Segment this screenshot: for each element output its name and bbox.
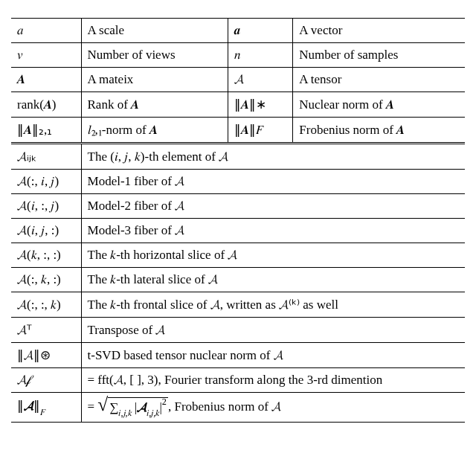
bottom-row-8: ‖𝓐‖⊛ t-SVD based tensor nuclear norm of … — [11, 343, 465, 368]
tensor-sub: 𝑖,𝑗,𝑘 — [147, 408, 159, 418]
bottom-row-1: 𝓐(:, 𝑖, 𝑗) Model-1 fiber of 𝓐 — [11, 170, 465, 194]
top-c2: 𝓐 — [228, 68, 293, 92]
bot-c0: 𝓐(𝑘, :, :) — [11, 243, 81, 268]
bottom-row-3: 𝓐(𝑖, 𝑗, :) Model-3 fiber of 𝓐 — [11, 219, 465, 243]
top-c0: ‖𝑨‖₂,₁ — [11, 118, 81, 144]
top-c3: Frobenius norm of 𝑨 — [293, 118, 465, 144]
norm-open: ‖ — [17, 399, 24, 413]
bottom-row-6: 𝓐(:, :, 𝑘) The 𝑘-th frontal slice of 𝓐, … — [11, 292, 465, 318]
bot-c1: = fft(𝓐, [ ], 3), Fourier transform alon… — [81, 368, 465, 393]
bot-c1: Transpose of 𝓐 — [81, 318, 465, 343]
bot-c1: The 𝑘-th lateral slice of 𝓐 — [81, 268, 465, 292]
bot-c1: = √ ∑𝑖,𝑗,𝑘 |𝓐𝑖,𝑗,𝑘|2 , Frobenius norm of… — [81, 393, 465, 423]
eq-sign: = — [88, 399, 98, 414]
top-row-1: 𝑣 Number of views 𝑛 Number of samples — [11, 43, 465, 68]
top-c3: Number of samples — [293, 43, 465, 68]
bot-c0: 𝓐ᵀ — [11, 318, 81, 343]
top-row-3: rank(𝑨) Rank of 𝑨 ‖𝑨‖∗ Nuclear norm of 𝑨 — [11, 92, 465, 118]
top-c1: Number of views — [81, 43, 228, 68]
sum-sym: ∑ — [109, 400, 118, 414]
top-c1: A scale — [81, 19, 228, 43]
bottom-row-0: 𝓐ᵢⱼₖ The (𝑖, 𝑗, 𝑘)-th element of 𝓐 — [11, 144, 465, 170]
bot-c0: 𝓐(:, :, 𝑘) — [11, 292, 81, 318]
bot-c0: ‖𝓐‖⊛ — [11, 343, 81, 368]
sqrt-expr: √ ∑𝑖,𝑗,𝑘 |𝓐𝑖,𝑗,𝑘|2 — [97, 397, 168, 417]
sq: 2 — [162, 396, 167, 407]
notation-table: 𝑎 A scale 𝒂 A vector 𝑣 Number of views 𝑛… — [11, 18, 465, 423]
top-c2: 𝑛 — [228, 43, 293, 68]
top-c1: Rank of 𝑨 — [81, 92, 228, 118]
top-c2: 𝒂 — [228, 19, 293, 43]
bot-c0: 𝓐(𝑖, 𝑗, :) — [11, 219, 81, 243]
sub-F: 𝐹 — [40, 407, 45, 417]
bot-c1: Model-3 fiber of 𝓐 — [81, 219, 465, 243]
sqrt-icon: √ — [97, 397, 108, 417]
top-row-2: 𝑨 A mateix 𝓐 A tensor — [11, 68, 465, 92]
tensor-Aijk: 𝓐 — [137, 400, 147, 414]
tensor-A: 𝓐 — [24, 399, 33, 413]
bot-c1: Model-2 fiber of 𝓐 — [81, 194, 465, 219]
top-c0: 𝑨 — [11, 68, 81, 92]
bot-c0: 𝓐(:, 𝑘, :) — [11, 268, 81, 292]
top-c2: ‖𝑨‖∗ — [228, 92, 293, 118]
top-c3: Nuclear norm of 𝑨 — [293, 92, 465, 118]
bottom-row-7: 𝓐ᵀ Transpose of 𝓐 — [11, 318, 465, 343]
top-c0: rank(𝑨) — [11, 92, 81, 118]
top-c1: A mateix — [81, 68, 228, 92]
top-c2: ‖𝑨‖𝐹 — [228, 118, 293, 144]
bot-c1: The 𝑘-th horizontal slice of 𝓐 — [81, 243, 465, 268]
bottom-row-4: 𝓐(𝑘, :, :) The 𝑘-th horizontal slice of … — [11, 243, 465, 268]
sqrt-body: ∑𝑖,𝑗,𝑘 |𝓐𝑖,𝑗,𝑘|2 — [108, 397, 168, 417]
bottom-row-5: 𝓐(:, 𝑘, :) The 𝑘-th lateral slice of 𝓐 — [11, 268, 465, 292]
top-c3: A tensor — [293, 68, 465, 92]
top-row-4: ‖𝑨‖₂,₁ 𝑙₂,₁-norm of 𝑨 ‖𝑨‖𝐹 Frobenius nor… — [11, 118, 465, 144]
bottom-row-9: 𝓐𝒻 = fft(𝓐, [ ], 3), Fourier transform a… — [11, 368, 465, 393]
top-c0: 𝑎 — [11, 19, 81, 43]
bot-c0: 𝓐(𝑖, :, 𝑗) — [11, 194, 81, 219]
bottom-row-frobenius: ‖𝓐‖𝐹 = √ ∑𝑖,𝑗,𝑘 |𝓐𝑖,𝑗,𝑘|2 , Frobenius no… — [11, 393, 465, 423]
bot-c0: ‖𝓐‖𝐹 — [11, 393, 81, 423]
bottom-row-2: 𝓐(𝑖, :, 𝑗) Model-2 fiber of 𝓐 — [11, 194, 465, 219]
bot-c0: 𝓐𝒻 — [11, 368, 81, 393]
bot-c1: Model-1 fiber of 𝓐 — [81, 170, 465, 194]
top-c0: 𝑣 — [11, 43, 81, 68]
top-row-0: 𝑎 A scale 𝒂 A vector — [11, 19, 465, 43]
top-c1: 𝑙₂,₁-norm of 𝑨 — [81, 118, 228, 144]
bot-c0: 𝓐(:, 𝑖, 𝑗) — [11, 170, 81, 194]
bot-c1: t-SVD based tensor nuclear norm of 𝓐 — [81, 343, 465, 368]
top-c3: A vector — [293, 19, 465, 43]
sum-sub: 𝑖,𝑗,𝑘 — [118, 408, 131, 418]
frob-tail: , Frobenius norm of 𝓐 — [168, 399, 281, 414]
bot-c0: 𝓐ᵢⱼₖ — [11, 144, 81, 170]
bot-c1: The 𝑘-th frontal slice of 𝓐, written as … — [81, 292, 465, 318]
bot-c1: The (𝑖, 𝑗, 𝑘)-th element of 𝓐 — [81, 144, 465, 170]
norm-close: ‖ — [33, 399, 40, 413]
